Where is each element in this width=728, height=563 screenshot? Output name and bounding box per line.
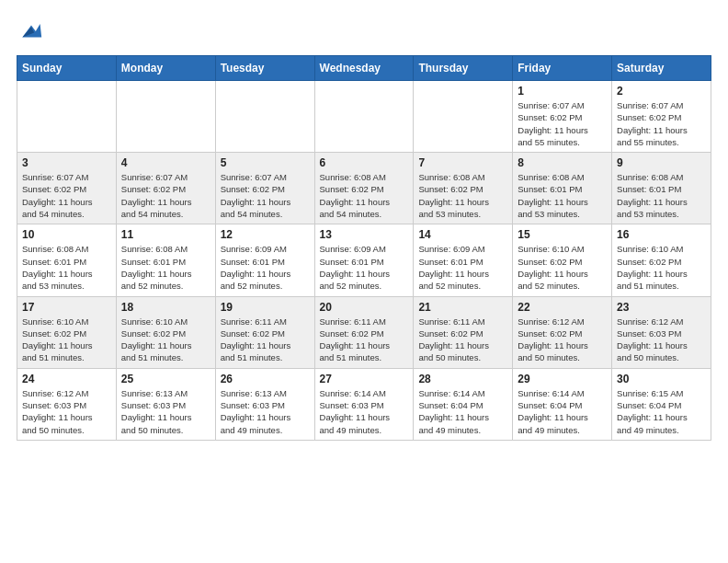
day-info: Sunrise: 6:07 AM Sunset: 6:02 PM Dayligh… (121, 171, 210, 220)
weekday-header-sunday: Sunday (17, 56, 117, 81)
calendar-cell: 5Sunrise: 6:07 AM Sunset: 6:02 PM Daylig… (215, 153, 314, 224)
calendar-cell: 20Sunrise: 6:11 AM Sunset: 6:02 PM Dayli… (314, 296, 414, 368)
calendar-cell: 2Sunrise: 6:07 AM Sunset: 6:02 PM Daylig… (612, 81, 711, 153)
calendar-cell: 12Sunrise: 6:09 AM Sunset: 6:01 PM Dayli… (215, 224, 314, 296)
weekday-header-saturday: Saturday (612, 56, 711, 81)
day-number: 21 (418, 301, 507, 314)
day-number: 24 (22, 373, 111, 385)
day-info: Sunrise: 6:07 AM Sunset: 6:02 PM Dayligh… (518, 99, 607, 148)
day-info: Sunrise: 6:10 AM Sunset: 6:02 PM Dayligh… (617, 243, 706, 292)
day-number: 11 (121, 228, 210, 241)
day-info: Sunrise: 6:08 AM Sunset: 6:01 PM Dayligh… (22, 243, 111, 292)
day-info: Sunrise: 6:08 AM Sunset: 6:01 PM Dayligh… (121, 243, 210, 292)
calendar-cell: 6Sunrise: 6:08 AM Sunset: 6:02 PM Daylig… (314, 153, 414, 224)
weekday-header-friday: Friday (513, 56, 612, 81)
day-number: 16 (617, 228, 706, 241)
calendar-cell: 10Sunrise: 6:08 AM Sunset: 6:01 PM Dayli… (17, 224, 117, 296)
calendar-cell: 15Sunrise: 6:10 AM Sunset: 6:02 PM Dayli… (513, 224, 612, 296)
day-number: 23 (617, 301, 706, 314)
calendar-cell (116, 81, 215, 153)
calendar-cell: 28Sunrise: 6:14 AM Sunset: 6:04 PM Dayli… (414, 368, 513, 440)
calendar-cell: 22Sunrise: 6:12 AM Sunset: 6:02 PM Dayli… (513, 296, 612, 368)
weekday-header-tuesday: Tuesday (215, 56, 314, 81)
day-number: 9 (617, 156, 706, 169)
calendar-cell: 30Sunrise: 6:15 AM Sunset: 6:04 PM Dayli… (612, 368, 711, 440)
calendar-cell: 27Sunrise: 6:14 AM Sunset: 6:03 PM Dayli… (314, 368, 414, 440)
day-info: Sunrise: 6:12 AM Sunset: 6:03 PM Dayligh… (22, 387, 111, 436)
day-info: Sunrise: 6:14 AM Sunset: 6:03 PM Dayligh… (320, 387, 409, 436)
weekday-header-wednesday: Wednesday (314, 56, 414, 81)
page: SundayMondayTuesdayWednesdayThursdayFrid… (0, 0, 728, 450)
week-row-5: 24Sunrise: 6:12 AM Sunset: 6:03 PM Dayli… (17, 368, 711, 440)
day-info: Sunrise: 6:07 AM Sunset: 6:02 PM Dayligh… (22, 171, 111, 220)
calendar-cell (414, 81, 513, 153)
day-info: Sunrise: 6:12 AM Sunset: 6:02 PM Dayligh… (518, 316, 607, 364)
day-info: Sunrise: 6:10 AM Sunset: 6:02 PM Dayligh… (518, 243, 607, 292)
weekday-header-thursday: Thursday (414, 56, 513, 81)
day-number: 26 (221, 373, 310, 385)
day-number: 28 (418, 373, 507, 385)
week-row-4: 17Sunrise: 6:10 AM Sunset: 6:02 PM Dayli… (17, 296, 711, 368)
calendar-cell: 18Sunrise: 6:10 AM Sunset: 6:02 PM Dayli… (116, 296, 215, 368)
calendar-cell: 24Sunrise: 6:12 AM Sunset: 6:03 PM Dayli… (17, 368, 117, 440)
weekday-header-monday: Monday (116, 56, 215, 81)
week-row-2: 3Sunrise: 6:07 AM Sunset: 6:02 PM Daylig… (17, 153, 711, 224)
day-number: 27 (320, 373, 409, 385)
day-number: 2 (617, 85, 706, 98)
day-number: 29 (518, 373, 607, 385)
day-number: 18 (121, 301, 210, 314)
calendar-cell: 19Sunrise: 6:11 AM Sunset: 6:02 PM Dayli… (215, 296, 314, 368)
day-info: Sunrise: 6:11 AM Sunset: 6:02 PM Dayligh… (418, 316, 507, 364)
logo-icon (17, 17, 46, 46)
calendar-cell: 16Sunrise: 6:10 AM Sunset: 6:02 PM Dayli… (612, 224, 711, 296)
day-info: Sunrise: 6:10 AM Sunset: 6:02 PM Dayligh… (121, 316, 210, 364)
day-info: Sunrise: 6:08 AM Sunset: 6:02 PM Dayligh… (418, 171, 507, 220)
day-info: Sunrise: 6:09 AM Sunset: 6:01 PM Dayligh… (418, 243, 507, 292)
day-number: 10 (22, 228, 111, 241)
day-number: 17 (22, 301, 111, 314)
calendar-cell: 25Sunrise: 6:13 AM Sunset: 6:03 PM Dayli… (116, 368, 215, 440)
day-number: 1 (518, 85, 607, 98)
calendar-cell: 23Sunrise: 6:12 AM Sunset: 6:03 PM Dayli… (612, 296, 711, 368)
day-info: Sunrise: 6:08 AM Sunset: 6:01 PM Dayligh… (518, 171, 607, 220)
day-info: Sunrise: 6:14 AM Sunset: 6:04 PM Dayligh… (418, 387, 507, 436)
calendar-cell: 17Sunrise: 6:10 AM Sunset: 6:02 PM Dayli… (17, 296, 117, 368)
day-info: Sunrise: 6:11 AM Sunset: 6:02 PM Dayligh… (320, 316, 409, 364)
day-number: 13 (320, 228, 409, 241)
day-number: 6 (320, 156, 409, 169)
calendar-cell: 3Sunrise: 6:07 AM Sunset: 6:02 PM Daylig… (17, 153, 117, 224)
calendar-cell: 21Sunrise: 6:11 AM Sunset: 6:02 PM Dayli… (414, 296, 513, 368)
day-number: 14 (418, 228, 507, 241)
weekday-header-row: SundayMondayTuesdayWednesdayThursdayFrid… (17, 56, 711, 81)
day-info: Sunrise: 6:08 AM Sunset: 6:02 PM Dayligh… (320, 171, 409, 220)
day-number: 25 (121, 373, 210, 385)
calendar-cell: 14Sunrise: 6:09 AM Sunset: 6:01 PM Dayli… (414, 224, 513, 296)
calendar-cell: 1Sunrise: 6:07 AM Sunset: 6:02 PM Daylig… (513, 81, 612, 153)
day-number: 3 (22, 156, 111, 169)
calendar-table: SundayMondayTuesdayWednesdayThursdayFrid… (17, 55, 711, 441)
calendar-cell: 4Sunrise: 6:07 AM Sunset: 6:02 PM Daylig… (116, 153, 215, 224)
day-number: 12 (221, 228, 310, 241)
day-info: Sunrise: 6:12 AM Sunset: 6:03 PM Dayligh… (617, 316, 706, 364)
header (17, 17, 711, 46)
calendar-cell (314, 81, 414, 153)
day-info: Sunrise: 6:10 AM Sunset: 6:02 PM Dayligh… (22, 316, 111, 364)
calendar-cell: 13Sunrise: 6:09 AM Sunset: 6:01 PM Dayli… (314, 224, 414, 296)
calendar-cell: 8Sunrise: 6:08 AM Sunset: 6:01 PM Daylig… (513, 153, 612, 224)
day-number: 22 (518, 301, 607, 314)
day-info: Sunrise: 6:07 AM Sunset: 6:02 PM Dayligh… (617, 99, 706, 148)
day-info: Sunrise: 6:13 AM Sunset: 6:03 PM Dayligh… (221, 387, 310, 436)
day-number: 19 (221, 301, 310, 314)
calendar-cell: 7Sunrise: 6:08 AM Sunset: 6:02 PM Daylig… (414, 153, 513, 224)
day-number: 5 (221, 156, 310, 169)
day-info: Sunrise: 6:11 AM Sunset: 6:02 PM Dayligh… (221, 316, 310, 364)
day-info: Sunrise: 6:09 AM Sunset: 6:01 PM Dayligh… (320, 243, 409, 292)
day-number: 15 (518, 228, 607, 241)
day-info: Sunrise: 6:15 AM Sunset: 6:04 PM Dayligh… (617, 387, 706, 436)
logo (17, 17, 50, 46)
day-info: Sunrise: 6:09 AM Sunset: 6:01 PM Dayligh… (221, 243, 310, 292)
day-info: Sunrise: 6:14 AM Sunset: 6:04 PM Dayligh… (518, 387, 607, 436)
day-info: Sunrise: 6:13 AM Sunset: 6:03 PM Dayligh… (121, 387, 210, 436)
calendar-cell (215, 81, 314, 153)
day-info: Sunrise: 6:07 AM Sunset: 6:02 PM Dayligh… (221, 171, 310, 220)
